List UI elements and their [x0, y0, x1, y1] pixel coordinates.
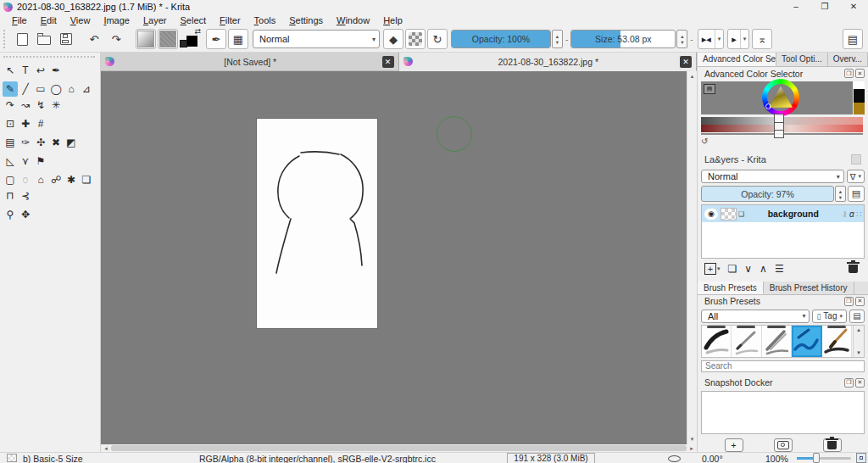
edit-shapes-tool-icon[interactable]: ↩ — [33, 63, 48, 78]
measure-tool-icon[interactable]: ◺ — [3, 153, 18, 169]
wrap-around-mode-icon[interactable]: ⌅ — [752, 29, 772, 49]
zoom-percentage[interactable]: 100% — [765, 454, 788, 463]
zoom-slider-handle[interactable] — [813, 453, 820, 463]
layer-visibility-eye-icon[interactable]: ◉ — [704, 209, 718, 220]
undo-icon[interactable]: ↶ — [84, 29, 104, 49]
menu-select[interactable]: Select — [174, 15, 214, 25]
foreground-background-color-selector[interactable]: ⇄ — [179, 29, 201, 49]
toolbar-drag-handle[interactable] — [3, 30, 8, 48]
move-layer-down-icon[interactable]: ∨ — [744, 263, 752, 275]
mirror-horizontal-icon[interactable]: ▸◂ — [698, 34, 715, 45]
menu-window[interactable]: Window — [330, 15, 376, 25]
pan-tool-icon[interactable]: ✥ — [18, 207, 33, 222]
polygon-tool-icon[interactable]: ⌂ — [64, 81, 79, 97]
selection-status-icon[interactable] — [668, 455, 681, 462]
float-docker-icon[interactable]: ❐ — [844, 378, 854, 388]
delete-snapshot-button[interactable] — [823, 438, 842, 452]
toolbox-drag-handle[interactable] — [3, 56, 95, 58]
smart-patch-tool-icon[interactable]: ✣ — [33, 135, 48, 150]
scroll-up-icon[interactable]: ▴ — [857, 326, 860, 333]
mirror-horizontal-dropdown-icon[interactable]: ▾ — [715, 30, 724, 48]
magnetic-select-tool-icon[interactable]: ⊰ — [18, 188, 33, 204]
rect-select-tool-icon[interactable]: ▢ — [3, 172, 18, 187]
brush-thumb-ink[interactable] — [702, 326, 732, 357]
tab-close-icon[interactable]: ✕ — [382, 56, 394, 68]
select-shapes-tool-icon[interactable]: ↖ — [3, 63, 18, 78]
move-tool-icon[interactable]: ✚ — [18, 116, 33, 131]
delete-layer-trash-icon[interactable] — [849, 265, 858, 273]
pattern-chooser-button[interactable] — [158, 29, 178, 49]
menu-tools[interactable]: Tools — [248, 15, 283, 25]
save-button[interactable] — [56, 29, 76, 49]
gradient-chooser-button[interactable] — [136, 29, 156, 49]
freehand-path-tool-icon[interactable]: ↝ — [18, 98, 33, 113]
close-docker-icon[interactable]: ✕ — [855, 378, 865, 388]
mirror-vertical-dropdown-icon[interactable]: ▾ — [740, 30, 749, 48]
canvas-angle[interactable]: 0.00° — [702, 454, 723, 463]
line-tool-icon[interactable]: ╱ — [18, 81, 33, 97]
ellipse-select-tool-icon[interactable]: ◌ — [18, 172, 33, 187]
tab-overview[interactable]: Overv... — [828, 53, 868, 66]
brush-grid-scrollbar[interactable]: ▴ ▾ — [853, 326, 864, 357]
scroll-left-icon[interactable]: ◂ — [101, 445, 111, 452]
tab-advanced-color-selector[interactable]: Advanced Color Sele... — [698, 53, 776, 66]
transform-tool-icon[interactable]: ⊡ — [3, 116, 18, 131]
brush-preset-status-icon[interactable] — [7, 454, 17, 462]
move-layer-up-icon[interactable]: ∧ — [760, 263, 767, 275]
rectangle-tool-icon[interactable]: ▭ — [33, 81, 48, 97]
dynamic-brush-tool-icon[interactable]: ↯ — [33, 98, 48, 113]
color-selector-settings-icon[interactable]: ▤ — [704, 84, 715, 94]
layer-properties-list-icon[interactable]: ▤ — [848, 186, 865, 202]
minimize-button[interactable]: – — [782, 0, 810, 14]
colorize-mask-tool-icon[interactable]: ✖ — [48, 135, 64, 150]
brush-search-field[interactable] — [701, 360, 865, 373]
freehand-select-tool-icon[interactable]: ☍ — [48, 172, 64, 187]
colorspace-label[interactable]: RGB/Alpha (8-bit integer/channel), sRGB-… — [199, 454, 436, 463]
layer-properties-icon[interactable]: ☰ — [775, 263, 784, 275]
background-color-swatch[interactable] — [186, 36, 198, 47]
crop-tool-icon[interactable]: # — [33, 116, 48, 131]
bezier-select-tool-icon[interactable]: ⊓ — [3, 188, 18, 204]
layer-opacity-spinner[interactable]: ▴▾ — [835, 186, 846, 202]
restore-button[interactable]: ❐ — [810, 0, 839, 14]
blending-mode-dropdown[interactable]: Normal ▾ — [253, 30, 380, 48]
brush-tag-filter-dropdown[interactable]: All ▾ — [701, 310, 810, 323]
close-docker-icon[interactable]: ✕ — [855, 297, 865, 306]
layer-alpha-icon[interactable]: α — [849, 209, 854, 219]
swatch-white[interactable] — [854, 81, 865, 89]
menu-settings[interactable]: Settings — [282, 15, 330, 25]
reload-preset-icon[interactable]: ↻ — [427, 29, 448, 49]
menu-view[interactable]: View — [64, 15, 97, 25]
contiguous-select-tool-icon[interactable]: ✱ — [64, 172, 79, 187]
assistants-tool-icon[interactable]: ⋎ — [18, 153, 33, 169]
color-selector-canvas[interactable]: ▤ — [701, 81, 853, 114]
snapshot-list[interactable] — [701, 391, 865, 434]
swatch-gold[interactable] — [854, 103, 865, 114]
tab-close-icon[interactable]: ✕ — [680, 56, 692, 68]
bezier-curve-tool-icon[interactable]: ↷ — [3, 98, 18, 113]
new-document-button[interactable] — [12, 29, 32, 49]
add-layer-button[interactable]: + ▾ — [704, 263, 721, 275]
scroll-right-icon[interactable]: ▸ — [687, 445, 697, 452]
preset-view-mode-icon[interactable]: ▤ — [849, 310, 865, 323]
layer-name[interactable]: background — [744, 209, 842, 219]
menu-filter[interactable]: Filter — [213, 15, 247, 25]
brush-editor-icon[interactable]: ✒ — [206, 29, 226, 49]
layer-thumbnail[interactable] — [721, 208, 737, 220]
float-docker-icon[interactable]: ❐ — [844, 69, 854, 78]
similar-select-tool-icon[interactable]: ❏ — [79, 172, 94, 187]
brush-size-slider[interactable]: Size: 53.08 px — [570, 30, 676, 48]
opacity-spinner[interactable]: ▴▾ — [552, 30, 563, 48]
refresh-colors-icon[interactable]: ↺ — [701, 137, 712, 148]
menu-layer[interactable]: Layer — [136, 15, 174, 25]
brush-preset-grid-icon[interactable]: ▦ — [228, 29, 248, 49]
menu-edit[interactable]: Edit — [34, 15, 64, 25]
layers-docker-button[interactable] — [851, 154, 861, 165]
duplicate-layer-icon[interactable]: ❏ — [728, 263, 737, 275]
calligraphy-tool-icon[interactable]: ✒ — [48, 63, 64, 78]
layer-row-background[interactable]: ◉ ❏ background ⚷ α ∷ — [702, 205, 864, 222]
brush-thumb-paintbrush[interactable] — [822, 326, 852, 357]
eraser-mode-icon[interactable]: ◆ — [383, 29, 403, 49]
layer-lock-icon[interactable]: ⚷ — [842, 209, 848, 218]
saturation-value-triangle[interactable] — [769, 86, 793, 108]
